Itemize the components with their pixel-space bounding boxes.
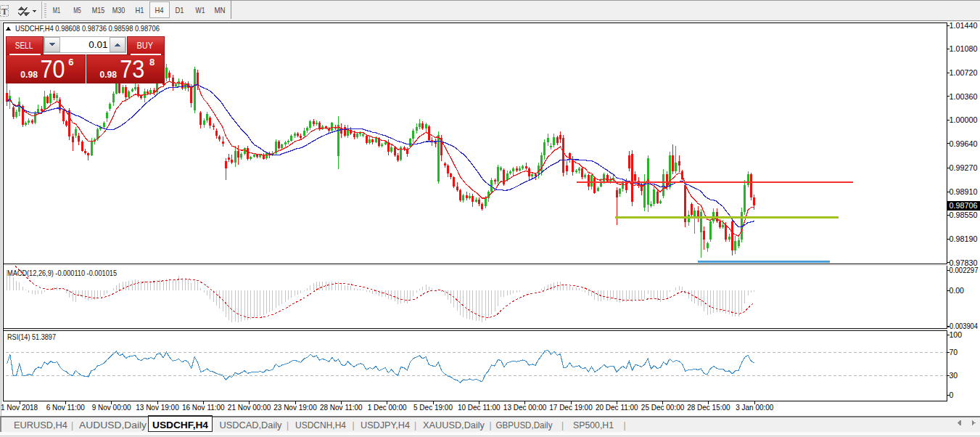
svg-text:|: |: [352, 420, 354, 430]
svg-text:1 Dec 00:00: 1 Dec 00:00: [368, 404, 407, 412]
svg-text:5 Dec 19:00: 5 Dec 19:00: [413, 404, 453, 412]
svg-text:21 Nov 00:00: 21 Nov 00:00: [228, 404, 271, 412]
svg-text:H4: H4: [155, 6, 164, 15]
svg-text:1.01440: 1.01440: [950, 21, 978, 30]
svg-text:M30: M30: [112, 6, 125, 15]
svg-text:USDJPY,H4: USDJPY,H4: [361, 420, 410, 430]
svg-text:1.00720: 1.00720: [950, 68, 978, 77]
svg-text:RSI(14) 51.3897: RSI(14) 51.3897: [7, 333, 56, 341]
svg-text:|: |: [561, 420, 564, 430]
svg-text:6: 6: [68, 57, 73, 68]
svg-text:USDCNH,H4: USDCNH,H4: [295, 420, 346, 430]
svg-text:T: T: [1, 7, 8, 17]
svg-text:0.98: 0.98: [20, 69, 38, 80]
svg-text:-0.003904: -0.003904: [947, 322, 978, 330]
svg-text:0.01: 0.01: [88, 39, 107, 50]
svg-text:MN: MN: [215, 6, 226, 15]
svg-text:D1: D1: [176, 6, 184, 15]
svg-text:|: |: [489, 420, 491, 430]
svg-text:0.98706: 0.98706: [950, 201, 978, 210]
svg-text:20 Dec 11:00: 20 Dec 11:00: [596, 404, 638, 412]
svg-text:1.01080: 1.01080: [950, 44, 978, 53]
svg-text:0.99640: 0.99640: [950, 139, 978, 148]
svg-text:EURUSD,H4: EURUSD,H4: [14, 420, 67, 430]
svg-text:|: |: [414, 420, 416, 430]
svg-text:0.98910: 0.98910: [950, 187, 978, 196]
svg-text:0.98: 0.98: [100, 69, 118, 80]
svg-text:0.99270: 0.99270: [950, 163, 978, 172]
svg-text:13 Nov 19:00: 13 Nov 19:00: [136, 404, 179, 412]
svg-text:M5: M5: [73, 6, 81, 15]
svg-text:0.98550: 0.98550: [950, 211, 978, 219]
svg-text:MACD(12,26,9) -0.000110 -0.001: MACD(12,26,9) -0.000110 -0.001015: [7, 269, 117, 277]
svg-text:AUDUSD,Daily: AUDUSD,Daily: [79, 420, 147, 430]
svg-text:W1: W1: [196, 6, 205, 15]
svg-text:|: |: [71, 420, 73, 430]
svg-text:100: 100: [950, 330, 963, 339]
svg-text:16 Nov 11:00: 16 Nov 11:00: [182, 404, 225, 412]
svg-text:0.98190: 0.98190: [950, 234, 978, 243]
svg-text:USDCAD,Daily: USDCAD,Daily: [220, 420, 283, 430]
svg-text:73: 73: [120, 55, 144, 83]
svg-text:3 Jan 00:00: 3 Jan 00:00: [736, 404, 774, 412]
svg-text:0.00: 0.00: [950, 286, 965, 295]
svg-text:BUY: BUY: [136, 41, 153, 51]
svg-text:70: 70: [40, 55, 65, 83]
svg-text:H1: H1: [136, 6, 144, 15]
svg-text:1 Nov 2018: 1 Nov 2018: [1, 404, 38, 412]
svg-text:25 Dec 00:00: 25 Dec 00:00: [641, 404, 685, 412]
svg-text:28 Dec 15:00: 28 Dec 15:00: [687, 404, 730, 412]
svg-text:0.002297: 0.002297: [950, 266, 979, 274]
svg-text:13 Dec 00:00: 13 Dec 00:00: [503, 404, 547, 412]
svg-text:|: |: [287, 420, 289, 430]
svg-text:SP500,H1: SP500,H1: [573, 420, 614, 430]
svg-text:17 Dec 19:00: 17 Dec 19:00: [549, 404, 593, 412]
svg-text:9 Nov 00:00: 9 Nov 00:00: [92, 404, 131, 412]
svg-text:USDCHF,H4 0.98608 0.98736 0.9: USDCHF,H4 0.98608 0.98736 0.98598 0.9870…: [15, 24, 160, 33]
svg-text:1.00360: 1.00360: [950, 92, 978, 101]
svg-text:6 Nov 11:00: 6 Nov 11:00: [46, 404, 86, 412]
svg-text:10 Dec 11:00: 10 Dec 11:00: [458, 404, 501, 412]
svg-text:1.00000: 1.00000: [950, 115, 978, 124]
svg-text:8: 8: [149, 57, 155, 68]
svg-text:28 Nov 11:00: 28 Nov 11:00: [320, 404, 363, 412]
svg-text:USDCHF,H4: USDCHF,H4: [152, 420, 208, 430]
svg-text:|: |: [623, 420, 625, 430]
svg-text:23 Nov 19:00: 23 Nov 19:00: [273, 404, 317, 412]
svg-text:M15: M15: [92, 6, 105, 15]
svg-text:XAUUSD,Daily: XAUUSD,Daily: [423, 420, 485, 430]
svg-text:M1: M1: [53, 6, 61, 15]
svg-text:0: 0: [950, 391, 954, 399]
svg-text:SELL: SELL: [15, 41, 33, 51]
svg-text:70: 70: [950, 348, 958, 356]
svg-text:30: 30: [950, 371, 958, 380]
svg-text:GBPUSD,Daily: GBPUSD,Daily: [496, 420, 553, 430]
